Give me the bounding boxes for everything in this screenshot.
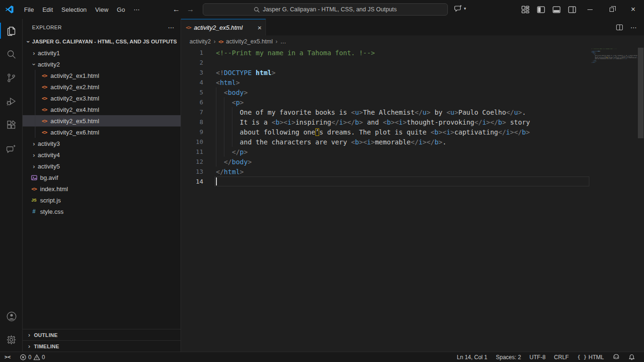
section-timeline[interactable]: ›TIMELINE <box>23 340 181 352</box>
chevron-right-icon: › <box>30 152 38 159</box>
code-line-3[interactable]: 3<!DOCTYPE html> <box>181 67 590 77</box>
account-icon[interactable] <box>0 304 23 328</box>
tree-item-style-css[interactable]: #style.css <box>23 206 181 217</box>
chevron-right-icon: › <box>25 331 33 338</box>
tree-item-label: bg.avif <box>40 174 58 181</box>
code-line-14[interactable]: 14 <box>181 177 590 186</box>
extensions-icon[interactable] <box>0 113 23 137</box>
copilot-menu-button[interactable]: ▾ <box>454 4 466 13</box>
forward-arrow-icon[interactable]: → <box>187 5 194 14</box>
language-mode[interactable]: { } HTML <box>573 352 608 362</box>
tree-item-index-html[interactable]: <>index.html <box>23 183 181 194</box>
split-editor-icon[interactable] <box>616 25 623 30</box>
tree-item-activity2-ex2-html[interactable]: <>activity2_ex2.html <box>23 81 181 93</box>
back-arrow-icon[interactable]: ← <box>173 5 180 14</box>
toggle-secondary-sidebar-icon[interactable] <box>568 6 576 14</box>
minimap-content: <!--Print my name in a Tahoma font. !-->… <box>591 48 636 64</box>
search-icon <box>254 7 260 13</box>
command-center-search[interactable]: Jasper G. Calipayan - HTML, CSS, and JS … <box>203 3 448 16</box>
tree-item-label: activity1 <box>38 50 60 57</box>
explorer-more-actions-icon[interactable]: ⋯ <box>168 24 175 31</box>
problems-indicator[interactable]: 0 0 <box>17 354 48 361</box>
tree-item-label: activity2_ex6.html <box>50 129 99 136</box>
copilot-status-icon[interactable] <box>608 352 624 362</box>
tree-item-activity2-ex3-html[interactable]: <>activity2_ex3.html <box>23 93 181 104</box>
tree-item-bg-avif[interactable]: bg.avif <box>23 172 181 183</box>
restore-button[interactable] <box>601 0 622 19</box>
code-line-11[interactable]: 11 </p> <box>181 147 590 157</box>
tree-item-activity1[interactable]: ›activity1 <box>23 47 181 59</box>
breadcrumb-file[interactable]: activity2_ex5.html <box>226 38 272 45</box>
chevron-down-icon: › <box>25 38 32 45</box>
code-line-10[interactable]: 10 and the characters are very <b><i>mem… <box>181 137 590 147</box>
chevron-right-icon: › <box>25 343 33 350</box>
menu-selection[interactable]: Selection <box>57 4 91 15</box>
tree-item-activity2-ex4-html[interactable]: <>activity2_ex4.html <box>23 104 181 115</box>
tree-item-activity2-ex6-html[interactable]: <>activity2_ex6.html <box>23 126 181 138</box>
cursor-position[interactable]: Ln 14, Col 1 <box>453 352 492 362</box>
section-outline[interactable]: ›OUTLINE <box>23 329 181 340</box>
code-line-13[interactable]: 13</html> <box>181 167 590 177</box>
close-button[interactable]: × <box>622 0 644 19</box>
code-line-1[interactable]: 1<!--Print my name in a Tahoma font. !--… <box>181 48 590 58</box>
code-line-4[interactable]: 4<html> <box>181 77 590 87</box>
braces-icon: { } <box>577 354 586 360</box>
menu-[interactable]: ⋯ <box>129 4 144 15</box>
breadcrumb-symbol[interactable]: … <box>281 38 287 45</box>
tree-item-jasper-g-calipayan-html-css-and-js-outputs[interactable]: ›JASPER G. CALIPAYAN - HTML, CSS, AND JS… <box>23 36 181 47</box>
tree-item-label: activity2_ex3.html <box>50 95 99 102</box>
tree-item-label: activity4 <box>38 152 60 159</box>
eol-setting[interactable]: CRLF <box>550 352 573 362</box>
tree-item-activity5[interactable]: ›activity5 <box>23 160 181 172</box>
tree-item-activity2[interactable]: ›activity2 <box>23 59 181 70</box>
editor-scrollbar[interactable] <box>637 48 644 352</box>
explorer-sidebar: EXPLORER ⋯ ›JASPER G. CALIPAYAN - HTML, … <box>23 19 181 352</box>
tab-activity2_ex5[interactable]: <> activity2_ex5.html × <box>181 19 266 35</box>
tree-item-script-js[interactable]: JSscript.js <box>23 194 181 206</box>
toggle-primary-sidebar-icon[interactable] <box>537 6 545 14</box>
code-editor[interactable]: 1<!--Print my name in a Tahoma font. !--… <box>181 48 590 352</box>
code-line-2[interactable]: 2 <box>181 58 590 67</box>
html-file-icon: <> <box>41 128 48 136</box>
code-line-12[interactable]: 12 </body> <box>181 157 590 167</box>
tree-item-activity3[interactable]: ›activity3 <box>23 138 181 149</box>
toggle-panel-icon[interactable] <box>553 6 561 14</box>
indentation-setting[interactable]: Spaces: 2 <box>492 352 525 362</box>
menu-go[interactable]: Go <box>113 4 129 15</box>
code-line-8[interactable]: 8 It is a <b><i>inspiring</i></b> and <b… <box>181 117 590 127</box>
code-line-7[interactable]: 7 One of my favorite books is <u>The Alc… <box>181 107 590 117</box>
minimize-button[interactable] <box>579 0 601 19</box>
remote-indicator-icon[interactable]: >< <box>0 352 15 362</box>
editor-more-actions-icon[interactable]: ⋯ <box>630 24 637 31</box>
encoding-setting[interactable]: UTF-8 <box>525 352 550 362</box>
tree-item-activity2-ex5-html[interactable]: <>activity2_ex5.html <box>23 115 181 126</box>
line-number: 11 <box>181 148 203 155</box>
source-control-icon[interactable] <box>0 66 23 90</box>
menu-view[interactable]: View <box>91 4 113 15</box>
warning-count: 0 <box>42 354 45 361</box>
breadcrumb-folder[interactable]: activity2 <box>190 38 211 45</box>
code-line-5[interactable]: 5 <body> <box>181 87 590 97</box>
explorer-icon[interactable] <box>0 19 23 42</box>
menu-file[interactable]: File <box>20 4 38 15</box>
code-line-6[interactable]: 6 <p> <box>181 97 590 107</box>
file-tree: ›JASPER G. CALIPAYAN - HTML, CSS, AND JS… <box>23 36 181 217</box>
notifications-bell-icon[interactable] <box>624 352 639 362</box>
line-number: 10 <box>181 138 203 145</box>
tab-close-icon[interactable]: × <box>257 24 262 32</box>
line-number: 13 <box>181 168 203 175</box>
run-and-debug-icon[interactable] <box>0 90 23 113</box>
scrollbar-thumb[interactable] <box>638 48 644 138</box>
search-view-icon[interactable] <box>0 42 23 66</box>
settings-gear-icon[interactable] <box>0 328 23 352</box>
tree-item-activity4[interactable]: ›activity4 <box>23 149 181 160</box>
menu-edit[interactable]: Edit <box>38 4 57 15</box>
tree-item-activity2-ex1-html[interactable]: <>activity2_ex1.html <box>23 70 181 81</box>
minimap[interactable]: <!--Print my name in a Tahoma font. !-->… <box>590 48 637 352</box>
vscode-logo-icon <box>5 5 14 14</box>
tree-item-label: activity2_ex2.html <box>50 84 99 91</box>
customize-layout-icon[interactable] <box>521 6 529 14</box>
chat-view-icon[interactable] <box>0 137 23 160</box>
tree-item-label: activity2_ex5.html <box>50 118 99 125</box>
code-line-9[interactable]: 9 about following one’s dreams. The plot… <box>181 127 590 137</box>
